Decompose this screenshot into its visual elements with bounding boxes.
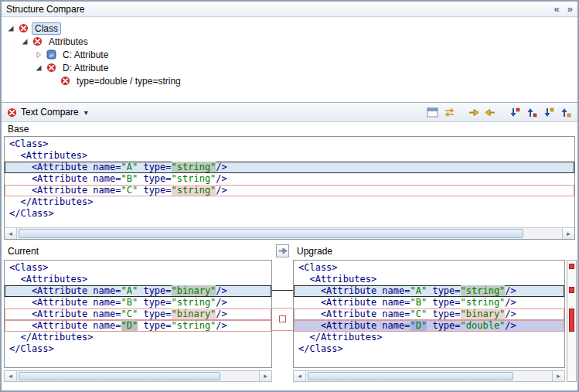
code-line[interactable]: <Class> xyxy=(5,138,574,150)
code-line[interactable]: <Attribute name="B" type="string"/> xyxy=(5,173,574,185)
code-line[interactable]: <Attribute name="B" type="string"/> xyxy=(5,297,271,308)
code-line[interactable]: </Class> xyxy=(294,343,564,355)
text-compare-title: Text Compare xyxy=(21,107,79,118)
scroll-right-arrow-icon[interactable]: ▸ xyxy=(552,371,564,381)
tree-item[interactable]: D: Attribute xyxy=(2,61,577,74)
code-line[interactable]: <Attribute name="B" type="string"/> xyxy=(294,297,564,308)
diff-overview-marker[interactable] xyxy=(569,264,574,269)
scroll-track[interactable] xyxy=(17,371,259,381)
expander-collapsed-icon[interactable] xyxy=(34,50,43,59)
conflict-diff-icon xyxy=(60,76,70,87)
scroll-right-arrow-icon[interactable]: ▸ xyxy=(562,228,574,239)
structure-compare-title: Structure Compare xyxy=(6,4,84,15)
upgrade-h-scrollbar[interactable]: ◂ ▸ xyxy=(293,370,565,382)
code-line[interactable]: <Attribute name="C" type="binary"/> xyxy=(294,308,564,320)
current-pane[interactable]: <Class> <Attributes> <Attribute name="A"… xyxy=(4,260,272,368)
code-line[interactable]: <Attribute name="D" type="string"/> xyxy=(5,320,271,332)
expander-expanded-icon[interactable] xyxy=(34,63,43,72)
copy-all-from-right-to-left-icon[interactable] xyxy=(482,105,498,119)
conflict-diff-icon xyxy=(6,107,17,118)
tree-item[interactable]: Attributes xyxy=(2,35,577,48)
code-line[interactable]: <Attribute name="C" type="string"/> xyxy=(5,185,574,196)
copy-all-from-left-to-right-icon[interactable] xyxy=(465,105,481,119)
code-line[interactable]: <Class> xyxy=(294,262,564,274)
code-line[interactable]: <Attributes> xyxy=(5,274,271,285)
previous-change-icon[interactable] xyxy=(557,105,573,119)
base-h-scrollbar[interactable]: ◂ ▸ xyxy=(5,227,574,239)
scroll-left-arrow-icon[interactable]: ◂ xyxy=(5,371,17,381)
code-line[interactable]: </Attributes> xyxy=(5,196,574,208)
structure-compare-tree[interactable]: ClassAttributeseC: AttributeD: Attribute… xyxy=(2,17,577,102)
diff-overview-marker[interactable] xyxy=(569,287,574,293)
tree-item[interactable]: eC: Attribute xyxy=(2,48,577,61)
tree-item-label: C: Attribute xyxy=(60,49,111,61)
code-line[interactable]: </Attributes> xyxy=(5,332,271,343)
upgrade-pane-label: Upgrade xyxy=(297,245,332,257)
code-line[interactable]: <Attributes> xyxy=(294,274,564,285)
double-chevron-left-icon[interactable]: « xyxy=(554,3,560,15)
tree-item-label: Attributes xyxy=(46,36,91,48)
current-h-scrollbar[interactable]: ◂ ▸ xyxy=(4,370,272,382)
code-line[interactable]: </Class> xyxy=(5,208,574,220)
scroll-thumb[interactable] xyxy=(308,372,513,380)
expander-expanded-icon[interactable] xyxy=(6,24,15,32)
scroll-right-arrow-icon[interactable]: ▸ xyxy=(259,371,271,381)
tree-item[interactable]: Class xyxy=(2,22,577,35)
next-change-icon[interactable] xyxy=(540,105,556,119)
scroll-left-arrow-icon[interactable]: ◂ xyxy=(294,371,306,381)
tree-item-label: type=double / type=string xyxy=(73,75,184,87)
merge-handle xyxy=(280,316,286,322)
code-line[interactable]: <Attribute name="A" type="string"/> xyxy=(294,285,564,297)
code-line[interactable]: <Attribute name="C" type="binary"/> xyxy=(5,308,271,320)
scroll-track[interactable] xyxy=(17,228,562,239)
eattribute-icon: e xyxy=(46,49,56,60)
structure-compare-header-buttons: « » xyxy=(554,3,573,15)
scroll-left-arrow-icon[interactable]: ◂ xyxy=(5,228,17,239)
svg-text:e: e xyxy=(49,51,53,59)
tree-item-label: D: Attribute xyxy=(60,62,111,74)
tree-item[interactable]: type=double / type=string xyxy=(2,74,577,87)
show-ancestor-pane-icon[interactable] xyxy=(424,105,440,119)
scroll-track[interactable] xyxy=(306,371,552,381)
base-pane-label: Base xyxy=(8,123,29,135)
structure-compare-header: Structure Compare « » xyxy=(2,2,577,17)
current-pane-label: Current xyxy=(8,245,39,257)
conflict-diff-icon xyxy=(18,23,29,34)
text-compare-header: Text Compare ▾ xyxy=(2,102,577,122)
upgrade-pane[interactable]: <Class> <Attributes> <Attribute name="A"… xyxy=(293,260,565,368)
expander-spacer xyxy=(48,77,56,85)
chevron-down-icon[interactable]: ▾ xyxy=(84,108,88,117)
overview-ruler[interactable] xyxy=(567,260,577,382)
next-difference-icon[interactable] xyxy=(506,105,522,119)
previous-difference-icon[interactable] xyxy=(523,105,539,119)
code-line[interactable]: <Attribute name="D" type="double"/> xyxy=(294,320,564,332)
compare-editor-window: Structure Compare « » ClassAttributeseC:… xyxy=(0,0,579,392)
scroll-thumb[interactable] xyxy=(19,372,220,380)
base-pane[interactable]: <Class> <Attributes> <Attribute name="A"… xyxy=(4,136,575,240)
diff-overview-marker[interactable] xyxy=(569,308,574,332)
conflict-diff-icon xyxy=(32,36,43,47)
expander-expanded-icon[interactable] xyxy=(20,37,29,46)
code-line[interactable]: </Attributes> xyxy=(294,332,564,343)
code-line[interactable]: <Attributes> xyxy=(5,150,574,162)
right-arrow-icon xyxy=(278,246,288,256)
diff-connector-lines xyxy=(272,260,293,368)
text-compare-toolbar xyxy=(424,105,573,119)
code-line[interactable]: <Class> xyxy=(5,262,271,274)
direction-arrow-button[interactable] xyxy=(276,244,289,257)
tree-item-label: Class xyxy=(32,22,61,35)
code-line[interactable]: <Attribute name="A" type="string"/> xyxy=(5,162,574,173)
code-line[interactable]: <Attribute name="A" type="binary"/> xyxy=(5,285,271,297)
scroll-thumb[interactable] xyxy=(19,229,523,238)
conflict-diff-icon xyxy=(46,63,56,73)
double-chevron-right-icon[interactable]: » xyxy=(567,3,573,15)
code-line[interactable]: </Class> xyxy=(5,343,271,355)
swap-left-and-right-icon[interactable] xyxy=(441,105,457,119)
